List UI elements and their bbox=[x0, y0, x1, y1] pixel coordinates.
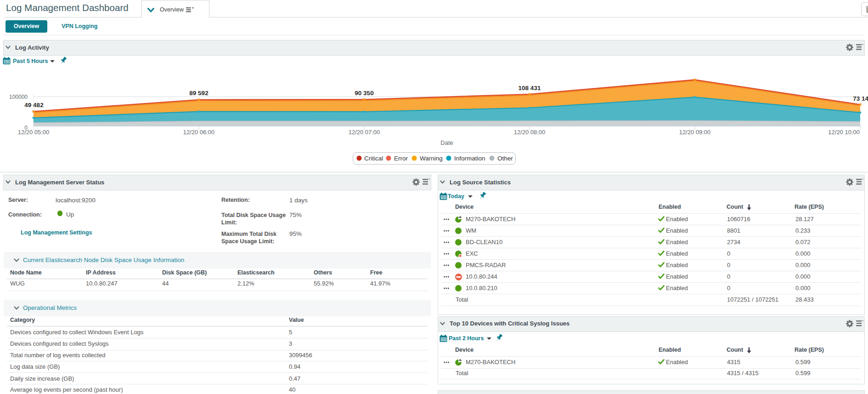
svg-text:Other: Other bbox=[497, 155, 513, 162]
svg-text:Date: Date bbox=[440, 139, 453, 146]
svg-text:12/20 09:00: 12/20 09:00 bbox=[679, 129, 711, 136]
svg-text:Warning: Warning bbox=[420, 155, 443, 162]
svg-text:12/20 06:00: 12/20 06:00 bbox=[183, 129, 215, 136]
svg-text:Critical: Critical bbox=[364, 155, 383, 162]
svg-text:12/20 05:00: 12/20 05:00 bbox=[18, 129, 50, 136]
svg-text:89 592: 89 592 bbox=[189, 90, 208, 97]
svg-text:12/20 10:00: 12/20 10:00 bbox=[828, 129, 860, 136]
svg-text:12/20 07:00: 12/20 07:00 bbox=[349, 129, 380, 136]
svg-text:100000: 100000 bbox=[9, 94, 28, 100]
svg-text:108 431: 108 431 bbox=[519, 85, 541, 91]
svg-text:Information: Information bbox=[454, 155, 485, 162]
svg-text:73 147: 73 147 bbox=[853, 95, 868, 102]
svg-text:90 350: 90 350 bbox=[355, 90, 373, 97]
svg-text:Error: Error bbox=[394, 155, 408, 162]
svg-text:12/20 08:00: 12/20 08:00 bbox=[514, 129, 546, 136]
svg-text:49 482: 49 482 bbox=[24, 102, 43, 108]
